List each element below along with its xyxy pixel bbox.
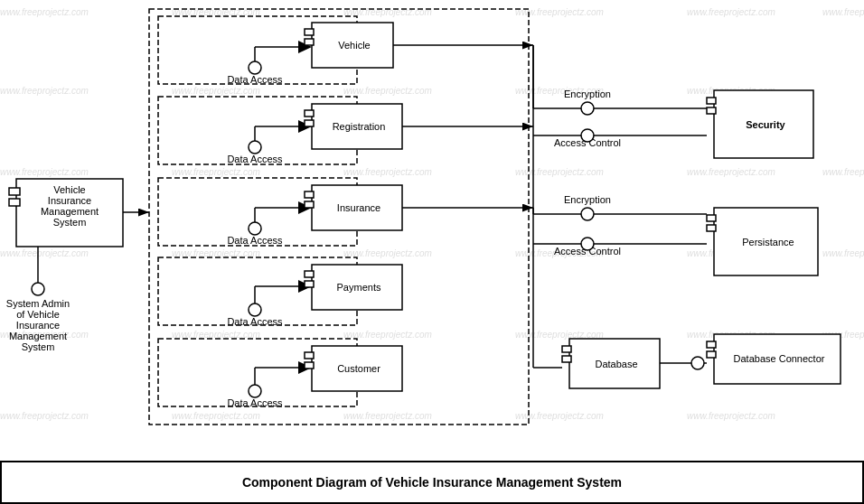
svg-rect-44 [305,191,314,198]
svg-rect-57 [305,281,314,287]
svg-rect-68 [305,362,314,369]
svg-point-80 [581,102,594,115]
svg-point-70 [249,385,261,397]
svg-rect-106 [707,341,716,348]
svg-text:Database Connector: Database Connector [734,353,825,364]
svg-rect-32 [305,110,314,117]
svg-point-93 [581,208,594,220]
svg-point-35 [249,141,261,154]
svg-rect-33 [305,120,314,126]
svg-text:Data Access: Data Access [227,74,283,85]
svg-rect-45 [305,201,314,208]
svg-rect-107 [707,351,716,358]
svg-point-82 [581,129,594,142]
svg-point-95 [581,238,594,250]
svg-text:System Admin: System Admin [6,298,70,309]
svg-text:Data Access: Data Access [227,397,283,408]
svg-text:Database: Database [595,359,637,369]
svg-text:Data Access: Data Access [227,154,283,164]
svg-text:Data Access: Data Access [227,235,283,246]
svg-text:Encryption: Encryption [564,194,611,205]
svg-text:Payments: Payments [337,282,381,293]
svg-text:Customer: Customer [337,363,380,374]
svg-point-59 [249,303,261,316]
svg-text:System: System [53,217,87,228]
svg-text:Management: Management [41,206,99,217]
svg-text:Registration: Registration [333,121,386,132]
svg-text:Insurance: Insurance [337,202,380,213]
svg-rect-21 [305,39,314,45]
svg-text:Persistance: Persistance [742,237,794,247]
svg-rect-102 [562,346,571,352]
svg-point-110 [691,357,704,369]
svg-rect-67 [305,352,314,359]
svg-rect-2 [9,188,20,195]
caption-box: Component Diagram of Vehicle Insurance M… [0,461,864,504]
svg-text:Management: Management [9,331,67,341]
svg-rect-20 [305,29,314,35]
svg-rect-3 [9,199,20,206]
svg-point-8 [32,283,44,295]
svg-rect-90 [707,225,716,231]
svg-point-47 [249,222,261,235]
svg-text:Encryption: Encryption [564,89,611,99]
svg-text:Data Access: Data Access [227,316,283,327]
svg-rect-76 [707,98,716,104]
svg-rect-103 [562,356,571,362]
svg-text:Insurance: Insurance [16,320,60,331]
svg-text:Vehicle: Vehicle [338,40,370,51]
svg-text:Security: Security [746,119,785,130]
diagram-title: Component Diagram of Vehicle Insurance M… [242,475,622,490]
svg-text:System: System [22,341,55,352]
svg-rect-56 [305,271,314,277]
svg-point-23 [249,61,261,74]
svg-text:Vehicle: Vehicle [53,184,85,195]
svg-rect-89 [707,215,716,221]
diagram-svg: Vehicle Insurance Management System Syst… [0,0,864,461]
svg-text:of Vehicle: of Vehicle [16,309,60,320]
svg-text:Insurance: Insurance [48,195,91,206]
svg-rect-77 [707,107,716,114]
